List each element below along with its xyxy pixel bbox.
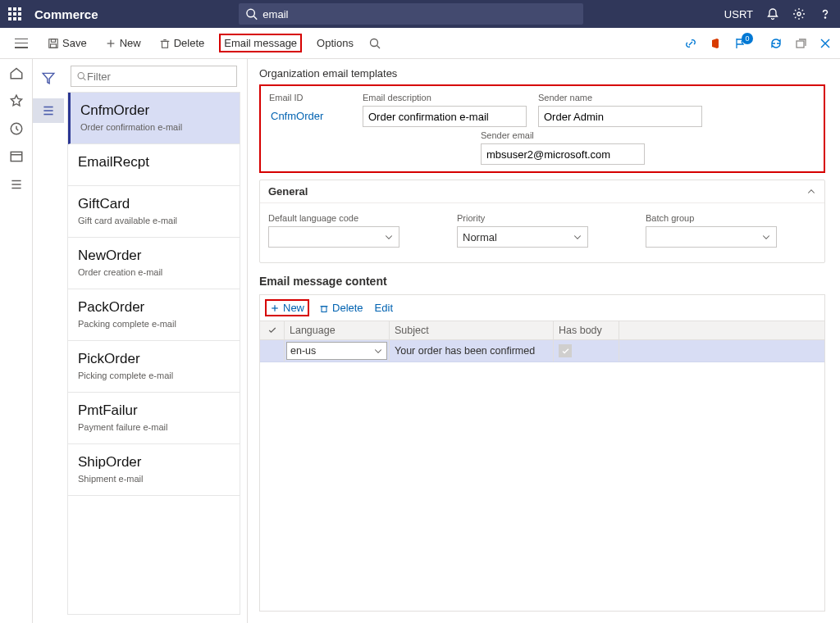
svg-point-12 [370, 39, 377, 46]
email-desc-input[interactable] [363, 106, 527, 127]
chevron-down-icon [373, 346, 383, 356]
emc-edit-button[interactable]: Edit [375, 300, 393, 316]
sender-name-input[interactable] [538, 106, 702, 127]
list-icon [41, 103, 56, 118]
save-label: Save [62, 37, 87, 49]
list-filter[interactable] [71, 66, 237, 87]
col-subject[interactable]: Subject [390, 321, 554, 339]
email-message-button[interactable]: Email message [219, 34, 302, 52]
priority-label: Priority [457, 213, 588, 223]
bell-icon[interactable] [766, 7, 779, 20]
list-item[interactable]: PmtFailurPayment failure e-mail [68, 393, 240, 444]
sender-name-label: Sender name [538, 93, 702, 102]
batch-select[interactable] [646, 226, 777, 248]
recent-icon[interactable] [9, 121, 24, 136]
row-language-input[interactable]: en-us [286, 342, 387, 360]
svg-rect-14 [797, 41, 804, 48]
save-button[interactable]: Save [44, 35, 90, 51]
general-section: General Default language code Priority [259, 180, 825, 263]
notifications-badge[interactable]: 0 [733, 37, 758, 50]
priority-select[interactable]: Normal [457, 226, 588, 248]
app-launcher-icon[interactable] [8, 7, 21, 20]
global-search-input[interactable] [262, 8, 577, 20]
list-item[interactable]: ShipOrderShipment e-mail [68, 444, 240, 496]
check-icon[interactable] [267, 325, 277, 335]
list-item-sub: Picking complete e-mail [78, 371, 230, 380]
row-select[interactable] [260, 340, 285, 362]
filter-toggle[interactable] [33, 66, 64, 90]
svg-line-13 [377, 45, 380, 48]
main-area: CnfmOrderOrder confirmation e-mailEmailR… [0, 59, 840, 623]
svg-point-0 [247, 9, 254, 16]
emc-delete-button[interactable]: Delete [319, 300, 363, 316]
list-item[interactable]: GiftCardGift card available e-mail [68, 186, 240, 238]
hamburger-icon[interactable] [15, 39, 28, 48]
search-icon [245, 7, 258, 20]
save-icon [48, 38, 59, 49]
list-item-title: ShipOrder [78, 454, 230, 471]
list-item-sub: Packing complete e-mail [78, 319, 230, 329]
priority-value: Normal [463, 231, 497, 243]
svg-point-3 [824, 17, 825, 18]
options-label: Options [317, 37, 354, 49]
content-area: Organization email templates Email ID Cn… [248, 59, 840, 623]
brand-label: Commerce [34, 7, 98, 21]
options-button[interactable]: Options [313, 35, 357, 51]
default-lang-label: Default language code [268, 213, 399, 223]
user-company-label[interactable]: USRT [724, 8, 753, 20]
home-icon[interactable] [9, 66, 24, 80]
grid-row[interactable]: en-us Your order has been confirmed [260, 340, 824, 362]
delete-button[interactable]: Delete [156, 35, 208, 51]
general-title: General [268, 185, 308, 198]
col-has-body[interactable]: Has body [554, 321, 619, 339]
page-title: Organization email templates [259, 67, 825, 80]
row-subject[interactable]: Your order has been confirmed [390, 340, 554, 362]
list-item[interactable]: NewOrderOrder creation e-mail [68, 238, 240, 289]
list-item[interactable]: CnfmOrderOrder confirmation e-mail [68, 93, 240, 144]
list-item-title: NewOrder [78, 248, 230, 264]
list-item[interactable]: EmailRecpt [68, 144, 240, 186]
template-list: CnfmOrderOrder confirmation e-mailEmailR… [67, 92, 240, 615]
chevron-down-icon [573, 232, 582, 242]
search-icon [76, 70, 87, 82]
search-action-icon[interactable] [368, 37, 381, 50]
global-search[interactable] [239, 3, 583, 25]
svg-point-2 [797, 12, 801, 16]
col-language[interactable]: Language [285, 321, 390, 339]
list-filter-input[interactable] [87, 70, 231, 83]
row-language-value: en-us [290, 345, 316, 357]
refresh-icon[interactable] [769, 37, 783, 50]
help-icon[interactable] [819, 7, 832, 20]
link-icon[interactable] [684, 37, 697, 50]
sender-email-input[interactable] [481, 143, 645, 165]
gear-icon[interactable] [792, 7, 806, 20]
close-icon[interactable] [819, 37, 832, 50]
emc-toolbar: New Delete Edit [259, 294, 825, 321]
grid-header: Language Subject Has body [260, 321, 824, 340]
svg-rect-30 [322, 306, 326, 312]
office-icon[interactable] [709, 37, 722, 50]
list-item[interactable]: PickOrderPicking complete e-mail [68, 341, 240, 393]
modules-icon[interactable] [9, 177, 24, 192]
new-button[interactable]: New [102, 35, 144, 51]
template-list-panel: CnfmOrderOrder confirmation e-mailEmailR… [64, 59, 248, 623]
star-icon[interactable] [9, 93, 24, 108]
chevron-down-icon [761, 232, 771, 242]
check-icon [561, 347, 570, 356]
list-item-title: CnfmOrder [80, 102, 230, 119]
svg-line-1 [254, 16, 258, 20]
new-label: New [120, 37, 141, 49]
default-lang-select[interactable] [268, 226, 399, 248]
workspace-icon[interactable] [9, 149, 24, 164]
list-item[interactable]: PackOrderPacking complete e-mail [68, 289, 240, 341]
list-rail [33, 59, 64, 623]
popout-icon[interactable] [794, 37, 807, 50]
list-toggle[interactable] [33, 98, 64, 123]
chevron-down-icon [384, 232, 394, 242]
list-item-title: PackOrder [78, 299, 230, 316]
emc-new-label: New [283, 302, 304, 314]
emc-new-button[interactable]: New [265, 299, 309, 316]
left-rail [0, 59, 33, 623]
chevron-up-icon[interactable] [806, 187, 816, 197]
email-id-value[interactable]: CnfmOrder [269, 106, 351, 126]
